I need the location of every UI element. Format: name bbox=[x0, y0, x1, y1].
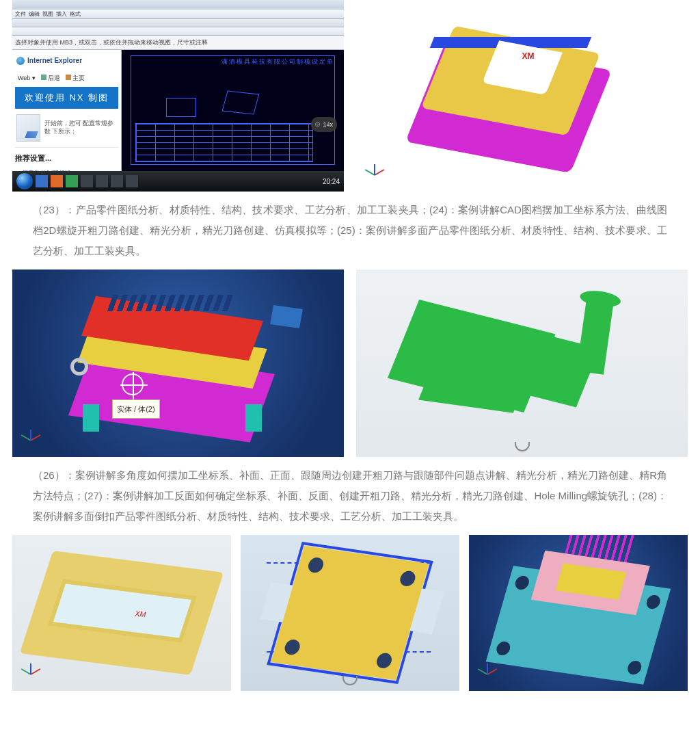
triad-icon bbox=[477, 663, 498, 684]
nx-cad-screenshot: 文件编辑视图插入格式 选择对象并使用 MB3，或双击，或依住并拖动来移动视图，尺… bbox=[12, 0, 344, 192]
nx-menubar: 文件编辑视图插入格式 bbox=[12, 10, 344, 19]
nx-toolbar bbox=[12, 27, 344, 36]
windows-taskbar: 20:24 bbox=[12, 171, 344, 192]
taskbar-clock: 20:24 bbox=[323, 178, 340, 185]
zoom-badge: ⦾14x bbox=[311, 117, 337, 132]
taskbar-icon[interactable] bbox=[81, 175, 93, 187]
nx-ruler bbox=[12, 19, 344, 27]
paragraph-23-25: （23）：产品零件图纸分析、材质特性、结构、技术要求、工艺分析、加工工装夹具；(… bbox=[0, 192, 700, 270]
taskbar-icon[interactable] bbox=[51, 175, 63, 187]
image-row-2: 实体 / 体(2) bbox=[0, 270, 700, 457]
drawing-table bbox=[135, 123, 313, 162]
start-card: 开始前，您可 配置常规参数 下所示： bbox=[15, 109, 118, 148]
rotate-icon bbox=[515, 442, 530, 451]
plate-toolpath-view: XM bbox=[12, 535, 231, 691]
taskbar-icon[interactable] bbox=[126, 175, 138, 187]
taskbar-icon[interactable] bbox=[111, 175, 123, 187]
cad-part-view-1: XM bbox=[356, 0, 688, 192]
cursor-target-icon bbox=[122, 373, 144, 395]
card-thumb-icon bbox=[16, 114, 40, 142]
triad-icon bbox=[364, 164, 385, 185]
eyebolt-icon bbox=[70, 358, 88, 376]
taskbar-icon[interactable] bbox=[36, 175, 48, 187]
drawing-title: 潇洒模具科技有限公司制模设定单 bbox=[221, 55, 334, 68]
taskbar-icon[interactable] bbox=[66, 175, 78, 187]
nx-status-message: 选择对象并使用 MB3，或双击，或依住并拖动来移动视图，尺寸或注释 bbox=[12, 36, 344, 50]
cross-insert-view bbox=[241, 535, 459, 691]
card-text: 开始前，您可 配置常规参数 下所示： bbox=[44, 120, 117, 135]
image-row-1: 文件编辑视图插入格式 选择对象并使用 MB3，或双击，或依住并拖动来移动视图，尺… bbox=[0, 0, 700, 192]
ie-tabs: Web ▾ 后退 主页 bbox=[15, 70, 118, 87]
die-core-view bbox=[469, 535, 688, 691]
taskbar-icon[interactable] bbox=[96, 175, 108, 187]
image-row-3: XM bbox=[0, 535, 700, 691]
ie-header: Internet Explorer bbox=[15, 53, 118, 70]
ie-icon bbox=[16, 57, 25, 65]
green-part-view bbox=[356, 270, 688, 457]
suggest-header: 推荐设置... bbox=[15, 150, 118, 166]
start-orb-icon[interactable] bbox=[16, 173, 33, 189]
selection-tooltip: 实体 / 体(2) bbox=[112, 399, 160, 419]
drawing-canvas: 潇洒模具科技有限公司制模设定单 ⦾14x Sheet "CNC-B11" Wor… bbox=[122, 50, 344, 190]
paragraph-26-28: （26）：案例讲解多角度如何摆加工坐标系、补面、正面、跟随周边创建开粗刀路与跟随… bbox=[0, 457, 700, 535]
axis-xm-label: XM bbox=[522, 48, 535, 64]
mold-assembly-view: 实体 / 体(2) bbox=[12, 270, 344, 457]
rotate-icon bbox=[342, 676, 358, 685]
welcome-banner: 欢迎使用 NX 制图 bbox=[15, 87, 118, 109]
triad-icon bbox=[21, 430, 41, 450]
triad-icon bbox=[21, 663, 41, 684]
nx-side-panel: Internet Explorer Web ▾ 后退 主页 欢迎使用 NX 制图… bbox=[12, 50, 122, 190]
